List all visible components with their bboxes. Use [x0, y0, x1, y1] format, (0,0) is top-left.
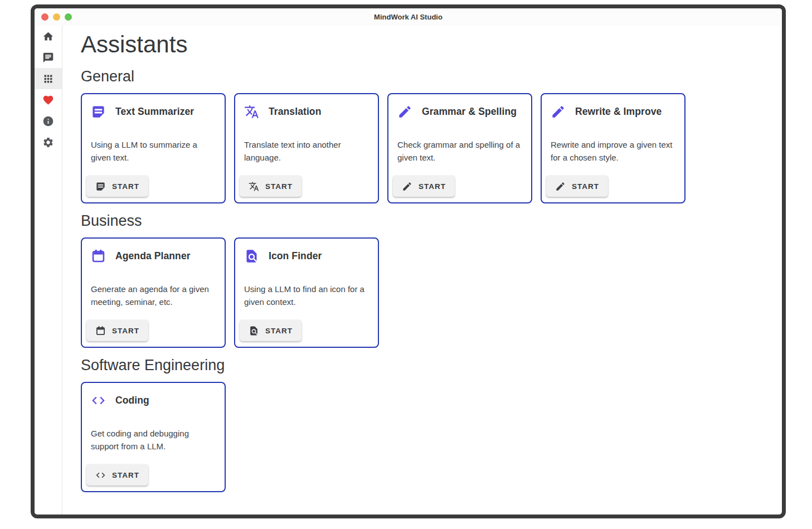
cards-row-general: Text Summarizer Using a LLM to summarize… — [81, 93, 769, 203]
card-title: Grammar & Spelling — [422, 106, 517, 118]
note-icon — [95, 181, 106, 192]
app-window: MindWork AI Studio Assistants — [31, 4, 786, 518]
page-title: Assistants — [81, 30, 769, 59]
start-button-label: START — [112, 327, 139, 335]
pencil-icon — [551, 104, 566, 119]
card-header: Icon Finder — [243, 249, 370, 264]
translate-icon — [244, 104, 259, 119]
code-icon — [95, 470, 106, 481]
card-header: Grammar & Spelling — [396, 104, 523, 119]
pencil-icon — [555, 181, 566, 192]
window-title: MindWork AI Studio — [35, 13, 782, 21]
card-description: Translate text into another language. — [243, 138, 370, 164]
sidebar — [35, 26, 62, 518]
chat-icon — [42, 52, 54, 64]
apps-grid-icon — [42, 73, 54, 85]
card-header: Rewrite & Improve — [550, 104, 677, 119]
sidebar-item-about[interactable] — [35, 110, 62, 132]
card-coding: Coding Get coding and debugging support … — [81, 382, 226, 492]
heart-icon — [42, 94, 54, 106]
section-heading-business: Business — [81, 212, 769, 230]
card-agenda-planner: Agenda Planner Generate an agenda for a … — [81, 237, 226, 348]
gear-icon — [42, 137, 54, 148]
card-title: Coding — [115, 395, 149, 406]
close-button[interactable] — [41, 13, 48, 21]
sidebar-item-assistants[interactable] — [35, 68, 62, 89]
calendar-icon — [95, 326, 106, 336]
card-title: Translation — [269, 106, 321, 118]
card-header: Text Summarizer — [90, 104, 217, 119]
card-title: Icon Finder — [269, 250, 322, 262]
sidebar-item-chats[interactable] — [35, 47, 62, 68]
card-title: Agenda Planner — [115, 250, 191, 262]
section-heading-software-engineering: Software Engineering — [81, 356, 769, 374]
card-description: Using a LLM to summarize a given text. — [90, 138, 217, 164]
card-description: Check grammar and spelling of a given te… — [396, 138, 523, 164]
traffic-lights — [35, 13, 72, 21]
start-button-translation[interactable]: START — [240, 176, 302, 197]
start-button-label: START — [265, 182, 293, 191]
card-translation: Translation Translate text into another … — [234, 93, 379, 203]
card-header: Coding — [90, 393, 217, 408]
section-heading-general: General — [81, 67, 769, 85]
card-title: Rewrite & Improve — [575, 106, 662, 118]
note-icon — [91, 104, 106, 119]
card-description: Generate an agenda for a given meeting, … — [90, 283, 217, 308]
cards-row-business: Agenda Planner Generate an agenda for a … — [81, 237, 769, 348]
start-button-grammar-spelling[interactable]: START — [393, 176, 455, 197]
sidebar-item-supporters[interactable] — [35, 89, 62, 110]
card-icon-finder: Icon Finder Using a LLM to find an icon … — [234, 237, 379, 348]
sidebar-item-settings[interactable] — [35, 132, 62, 153]
card-description: Rewrite and improve a given text for a c… — [550, 138, 677, 164]
minimize-button[interactable] — [53, 13, 60, 21]
cards-row-software-engineering: Coding Get coding and debugging support … — [81, 382, 769, 492]
pencil-icon — [402, 181, 412, 192]
card-description: Using a LLM to find an icon for a given … — [243, 283, 370, 308]
start-button-rewrite-improve[interactable]: START — [546, 176, 608, 197]
main-content: Assistants General Text Summarizer Using… — [62, 26, 782, 518]
card-title: Text Summarizer — [115, 106, 194, 118]
card-description: Get coding and debugging support from a … — [90, 427, 217, 453]
card-rewrite-improve: Rewrite & Improve Rewrite and improve a … — [541, 93, 685, 203]
start-button-label: START — [112, 471, 139, 479]
titlebar: MindWork AI Studio — [35, 8, 782, 26]
home-icon — [42, 31, 54, 42]
start-button-label: START — [112, 182, 139, 191]
card-text-summarizer: Text Summarizer Using a LLM to summarize… — [81, 93, 226, 203]
translate-icon — [249, 181, 259, 192]
sidebar-item-home[interactable] — [35, 26, 62, 47]
start-button-label: START — [265, 327, 293, 335]
start-button-text-summarizer[interactable]: START — [86, 176, 148, 197]
card-grammar-spelling: Grammar & Spelling Check grammar and spe… — [387, 93, 532, 203]
start-button-icon-finder[interactable]: START — [240, 320, 302, 341]
app-body: Assistants General Text Summarizer Using… — [35, 26, 782, 518]
find-in-page-icon — [249, 326, 259, 336]
zoom-button[interactable] — [65, 13, 72, 21]
calendar-icon — [91, 249, 106, 264]
code-icon — [91, 393, 106, 408]
pencil-icon — [397, 104, 412, 119]
find-in-page-icon — [244, 249, 259, 264]
start-button-label: START — [419, 182, 446, 191]
start-button-agenda-planner[interactable]: START — [86, 320, 148, 341]
info-icon — [42, 115, 54, 127]
start-button-coding[interactable]: START — [86, 464, 148, 486]
start-button-label: START — [572, 182, 599, 191]
card-header: Agenda Planner — [90, 249, 217, 264]
card-header: Translation — [243, 104, 370, 119]
